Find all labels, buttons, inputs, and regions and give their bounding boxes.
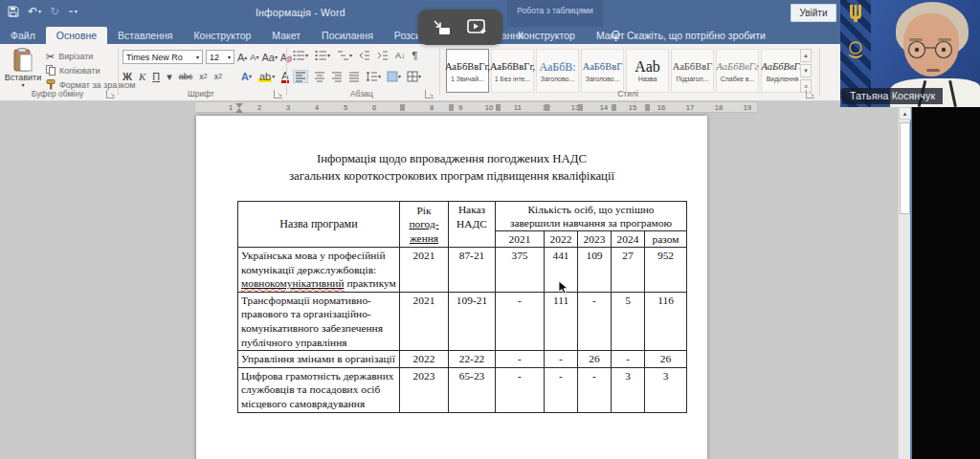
cell-program-name: Трансформації нормативно-правового та ор… xyxy=(238,292,400,350)
style-card-1-без-інте-[interactable]: АаБбВвГг,1 Без інте... xyxy=(491,49,534,93)
font-size-combobox[interactable]: 12▾ xyxy=(206,50,234,64)
sort-button[interactable]: А↓ xyxy=(395,50,406,61)
header-order-line: Наказ xyxy=(451,203,493,217)
cell-value: - xyxy=(545,367,578,412)
ruler-number: 6 xyxy=(360,103,389,112)
styles-scroll-up-icon[interactable]: ▴ xyxy=(800,49,812,62)
document-area[interactable]: Інформація щодо впровадження погоджених … xyxy=(0,113,910,459)
borders-button[interactable]: ▾ xyxy=(407,71,421,82)
paste-dropdown-caret[interactable]: ▾ xyxy=(21,82,24,88)
style-card-заголово-[interactable]: АаБбВ:Заголово... xyxy=(536,49,579,93)
font-family-combobox[interactable]: Times New Ro▾ xyxy=(122,50,203,64)
style-card-1-звичай-[interactable]: АаБбВвГг,1 Звичай... xyxy=(446,49,489,93)
paste-button[interactable]: Вставити ▾ xyxy=(4,48,42,90)
cell-value: 2023 xyxy=(400,367,449,412)
line-spacing-button[interactable]: ▾ xyxy=(366,71,381,82)
shading-button[interactable]: ▾ xyxy=(387,71,401,82)
qat-customize-icon[interactable]: ≂ ▾ xyxy=(68,9,78,14)
italic-button[interactable]: К xyxy=(139,71,145,82)
table-column-marker[interactable] xyxy=(496,104,501,111)
person-glasses xyxy=(903,40,963,59)
cell-value: - xyxy=(612,351,645,368)
undo-icon[interactable]: ↶▾ xyxy=(28,5,41,18)
quick-access-toolbar: ↶▾ ↻ ≂ ▾ xyxy=(8,5,78,18)
align-right-button[interactable] xyxy=(331,71,343,82)
subscript-button[interactable]: х2 xyxy=(199,71,207,82)
styles-scroll-down-icon[interactable]: ▾ xyxy=(800,64,812,77)
document-page[interactable]: Інформація щодо впровадження погоджених … xyxy=(196,116,707,459)
table-column-marker[interactable] xyxy=(645,104,650,111)
style-name: Виділення xyxy=(767,76,799,82)
table-column-marker[interactable] xyxy=(578,104,583,111)
scroll-up-button[interactable]: ▴ xyxy=(899,107,911,120)
tab-файл[interactable]: Файл xyxy=(0,27,46,44)
change-case-button[interactable]: Аа▾ xyxy=(261,52,278,63)
style-card-заголово-[interactable]: АаБбВвГЗаголово... xyxy=(581,49,624,93)
cell-value: 22-22 xyxy=(449,351,496,368)
grow-font-button[interactable]: А▴ xyxy=(237,52,247,63)
style-card-слабке-в-[interactable]: АаБбВвГгСлабке в... xyxy=(716,49,759,93)
text-effects-button[interactable]: А▾ xyxy=(241,71,252,82)
table-column-marker[interactable] xyxy=(449,104,454,111)
clipboard-dialog-launcher[interactable]: ↘ xyxy=(106,90,115,98)
video-controls-icon[interactable] xyxy=(466,18,489,37)
paragraph-dialog-launcher[interactable]: ↘ xyxy=(425,90,434,98)
highlight-button[interactable]: ab▾ xyxy=(258,71,275,82)
style-card-назва[interactable]: AabНазва xyxy=(626,49,669,93)
vertical-scrollbar[interactable]: ▴ xyxy=(898,101,910,459)
styles-group-label: Стилі xyxy=(440,89,815,98)
bullet-list-button[interactable]: ▾ xyxy=(293,50,308,61)
styles-dialog-launcher[interactable]: ↘ xyxy=(806,90,814,98)
webcam-video[interactable]: Татьяна Косянчук xyxy=(840,0,980,107)
underline-button[interactable]: П xyxy=(152,71,160,82)
justify-button[interactable] xyxy=(348,71,360,82)
show-paragraph-marks-button[interactable]: ¶ xyxy=(412,50,418,61)
tell-me-box[interactable]: Скажіть, що потрібно зробити xyxy=(611,27,766,44)
align-center-button[interactable] xyxy=(314,71,325,82)
multilevel-list-button[interactable]: ▾ xyxy=(337,50,352,61)
tab-вставлення[interactable]: Вставлення xyxy=(107,27,183,44)
ruler-number: 3 xyxy=(274,103,302,112)
style-name: Слабке в... xyxy=(721,76,755,82)
ruler-number: 5 xyxy=(331,103,360,112)
window-title: Інформація - Word xyxy=(256,7,345,18)
tab-посилання[interactable]: Посилання xyxy=(311,27,384,44)
style-preview: АаБбВвГг, xyxy=(445,60,490,74)
align-left-button[interactable] xyxy=(293,70,308,83)
sign-in-button[interactable]: Увійти xyxy=(791,4,836,22)
contextual-tab-конструктор[interactable]: Конструктор xyxy=(507,27,586,44)
table-column-marker[interactable] xyxy=(612,104,616,111)
save-icon[interactable] xyxy=(8,6,19,17)
font-dialog-launcher[interactable]: ↘ xyxy=(274,90,282,98)
cell-value: 87-21 xyxy=(449,248,496,293)
minimize-share-icon[interactable] xyxy=(432,18,453,37)
programs-table[interactable]: Назва програмиРікпогод-женняНаказНАДСКіл… xyxy=(237,201,687,413)
cell-value: 116 xyxy=(645,292,687,350)
header-approval-year: Рікпогод-ження xyxy=(400,202,449,248)
numbered-list-button[interactable]: ▾ xyxy=(315,50,330,61)
style-card-підзагол-[interactable]: АаБбВвГПідзагол... xyxy=(671,49,714,93)
tab-основне[interactable]: Основне xyxy=(46,27,107,44)
bold-button[interactable]: Ж xyxy=(122,71,132,82)
underline-caret[interactable]: ▾ xyxy=(167,71,172,82)
style-card-виділення[interactable]: АаБбВвГгВиділення xyxy=(761,49,804,93)
strikethrough-button[interactable]: abc xyxy=(179,71,193,82)
increase-indent-button[interactable] xyxy=(377,50,389,61)
redo-icon[interactable]: ↻ xyxy=(50,5,59,18)
table-column-marker[interactable] xyxy=(545,104,549,111)
decrease-indent-button[interactable] xyxy=(359,50,370,61)
style-name: Назва xyxy=(638,76,657,82)
table-column-marker[interactable] xyxy=(400,104,405,111)
scrollbar-thumb[interactable] xyxy=(900,122,910,214)
cell-value: 3 xyxy=(645,367,687,412)
tab-макет[interactable]: Макет xyxy=(261,27,311,44)
tab-конструктор[interactable]: Конструктор xyxy=(183,27,261,44)
tell-me-text: Скажіть, що потрібно зробити xyxy=(627,30,766,41)
document-title: Інформація щодо впровадження погоджених … xyxy=(196,150,707,185)
header-year-2024: 2024 xyxy=(612,231,645,248)
horizontal-ruler[interactable]: 12345678910111213141516171819 xyxy=(194,101,758,113)
superscript-button[interactable]: х2 xyxy=(214,71,222,82)
font-color-button[interactable]: А xyxy=(281,71,288,83)
shrink-font-button[interactable]: А▾ xyxy=(250,52,258,63)
mouse-cursor xyxy=(558,280,568,295)
